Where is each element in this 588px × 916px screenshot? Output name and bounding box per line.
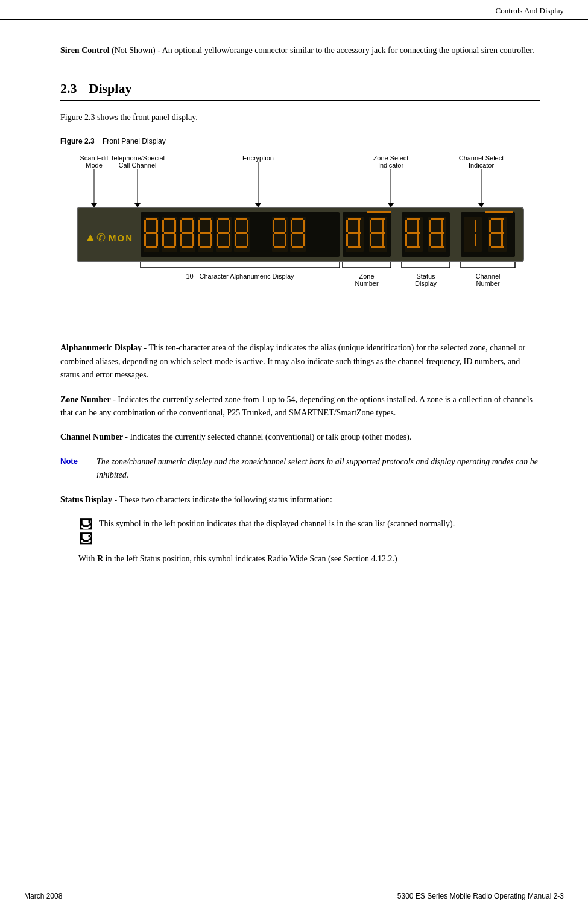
tel-label1: Telephone/Special: [110, 154, 165, 162]
figure-caption: Figure 2.3 Front Panel Display: [60, 136, 540, 146]
zd2-top: [371, 218, 385, 220]
status-text: - These two characters indicate the foll…: [112, 495, 332, 504]
d6-tr: [247, 220, 248, 232]
zd2-bl: [370, 234, 371, 246]
zd1-top: [348, 218, 361, 220]
ch-arrow-head: [478, 203, 484, 207]
alpha-para: Alphanumeric Display - This ten-characte…: [60, 341, 540, 382]
section-number: 2.3: [60, 81, 77, 96]
mon-label: MON: [109, 233, 133, 243]
scan-edit-label2: Mode: [86, 162, 103, 169]
d2-bot: [164, 246, 175, 248]
d7-tr: [285, 220, 286, 232]
ch-bot-label2: Number: [476, 280, 499, 287]
cd2-tr: [501, 220, 503, 232]
d3-br: [192, 234, 194, 246]
cd1-br: [475, 234, 476, 246]
d3-mid: [182, 232, 193, 234]
rws-text2: in the left Status position, this symbol…: [103, 554, 397, 563]
status-bot-label1: Status: [416, 273, 435, 280]
d2-br: [174, 234, 176, 246]
page-footer: March 2008 5300 ES Series Mobile Radio O…: [0, 888, 588, 904]
note-label: Note: [60, 455, 90, 482]
d5-bot: [218, 246, 229, 248]
intro-para: Figure 2.3 shows the front panel display…: [60, 111, 540, 124]
d5-tr: [229, 220, 230, 232]
sd1-tr: [417, 220, 419, 232]
radio-wide-scan-para: With R in the left Status position, this…: [78, 552, 540, 566]
cd2-bot: [491, 246, 504, 248]
cd1-tr: [475, 220, 476, 232]
alpha-bracket: [141, 262, 340, 268]
d1-tr: [156, 220, 158, 232]
header-title: Controls And Display: [496, 6, 564, 15]
status-bracket: [402, 262, 450, 268]
d6-top: [236, 218, 247, 220]
d6-tl: [235, 220, 236, 232]
scan-symbol-item: ⛾⛾ This symbol in the left position indi…: [78, 517, 540, 546]
enc-label: Encryption: [242, 154, 274, 162]
sd2-mid: [431, 232, 444, 234]
d5-mid: [218, 232, 229, 234]
main-content: Siren Control (Not Shown) - An optional …: [0, 20, 588, 608]
cd2-mid: [491, 232, 504, 234]
d1-tl: [144, 220, 146, 232]
siren-para: Siren Control (Not Shown) - An optional …: [60, 44, 540, 57]
sd2-bl: [429, 234, 431, 246]
d7-top: [274, 218, 285, 220]
scan-arrow-head: [91, 203, 97, 207]
display-diagram-svg: Scan Edit Mode Telephone/Special Call Ch…: [71, 152, 530, 321]
ch-bot-label1: Channel: [475, 273, 500, 280]
page-header: Controls And Display: [0, 0, 588, 20]
d3-tr: [192, 220, 194, 232]
zone-bot-label1: Zone: [359, 273, 374, 280]
tel-label2: Call Channel: [118, 162, 156, 169]
zone-term: Zone Number: [60, 395, 111, 404]
d8-bot: [292, 246, 303, 248]
cd2-bl: [489, 234, 491, 246]
section-heading: 2.3 Display: [60, 81, 540, 101]
d3-bl: [180, 234, 182, 246]
ch-bracket: [461, 262, 515, 268]
rws-bold: R: [97, 554, 103, 563]
zone-arrow-head: [388, 203, 394, 207]
d2-top: [164, 218, 175, 220]
d5-tl: [217, 220, 218, 232]
d2-bl: [162, 234, 164, 246]
sd2-tr: [441, 220, 443, 232]
cd2-tl: [489, 220, 491, 232]
ch-text: - Indicates the currently selected chann…: [123, 432, 412, 441]
zone-text: - Indicates the currently selected zone …: [60, 395, 533, 417]
sd1-bl: [405, 234, 407, 246]
d8-tr: [303, 220, 305, 232]
d2-mid: [164, 232, 175, 234]
zone-bot-label2: Number: [355, 280, 378, 287]
sd1-bot: [407, 246, 420, 248]
scan-edit-label: Scan Edit: [80, 154, 108, 162]
d8-top: [292, 218, 303, 220]
enc-arrow-head: [255, 203, 261, 207]
note-row: Note The zone/channel numeric display an…: [60, 455, 540, 482]
sd2-bot: [431, 246, 444, 248]
d2-tl: [162, 220, 164, 232]
zone-sel-label2: Indicator: [378, 162, 403, 169]
d2-tr: [174, 220, 176, 232]
tel-arrow-head: [134, 203, 141, 207]
zd1-br: [358, 234, 360, 246]
zd1-tr: [358, 220, 360, 232]
sd1-br: [417, 234, 419, 246]
zd1-mid: [348, 232, 361, 234]
d3-top: [182, 218, 193, 220]
zone-sel-bar: [367, 211, 391, 213]
sd1-top: [407, 218, 420, 220]
ch-sel-bar: [485, 211, 513, 213]
d6-mid: [236, 232, 247, 234]
d1-bot: [146, 246, 157, 248]
d6-bot: [236, 246, 247, 248]
d8-mid: [292, 232, 303, 234]
scan-symbol-text: This symbol in the left position indicat…: [99, 517, 455, 546]
zd2-mid: [371, 232, 385, 234]
siren-term: Siren Control: [60, 46, 110, 55]
d5-top: [218, 218, 229, 220]
alpha-label: 10 - Character Alphanumeric Display: [186, 273, 294, 280]
